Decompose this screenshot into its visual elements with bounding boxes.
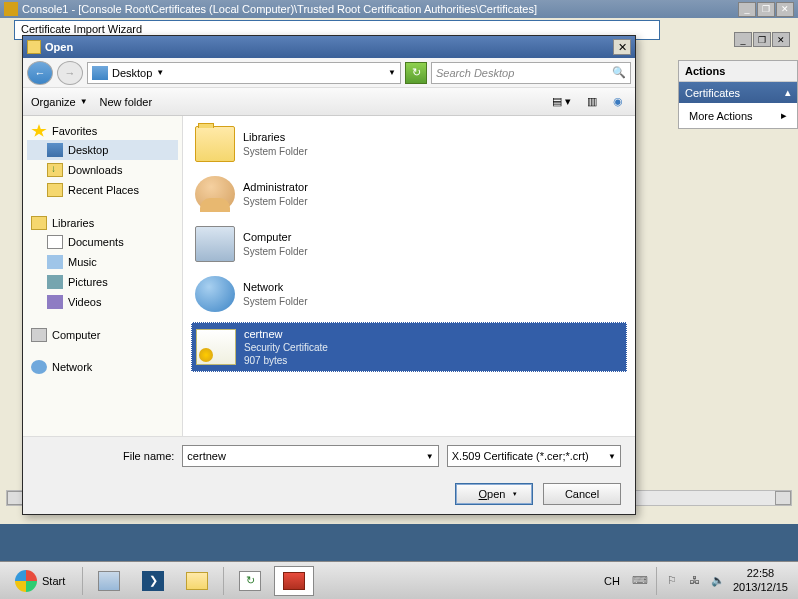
refresh-button[interactable]: ↻ [405, 62, 427, 84]
nav-pictures[interactable]: Pictures [27, 272, 178, 292]
dialog-close-button[interactable]: ✕ [613, 39, 631, 55]
libraries-icon [31, 216, 47, 230]
wizard-title: Certificate Import Wizard [21, 23, 142, 35]
actions-certificates-header[interactable]: Certificates ▴ [679, 82, 797, 103]
item-network[interactable]: Network System Folder [191, 272, 627, 316]
explorer-icon [186, 572, 208, 590]
open-dialog: Open ✕ ← → Desktop ▼ ▼ ↻ Search Desktop … [22, 35, 636, 515]
system-tray: CH ⌨ ⚐ 🖧 🔈 22:58 2013/12/15 [600, 567, 794, 595]
recent-icon [47, 183, 63, 197]
item-certnew[interactable]: certnew Security Certificate 907 bytes [191, 322, 627, 372]
chevron-down-icon: ▼ [388, 68, 396, 77]
back-button[interactable]: ← [27, 61, 53, 85]
search-input[interactable]: Search Desktop 🔍 [431, 62, 631, 84]
help-button[interactable]: ◉ [609, 93, 627, 110]
mmc-title: Console1 - [Console Root\Certificates (L… [22, 3, 537, 15]
network-icon [195, 276, 235, 312]
wizard-icon: ↻ [239, 571, 261, 591]
chevron-down-icon: ▼ [426, 452, 434, 461]
forward-button[interactable]: → [57, 61, 83, 85]
nav-desktop[interactable]: Desktop [27, 140, 178, 160]
file-name-input[interactable]: certnew ▼ [182, 445, 438, 467]
new-folder-button[interactable]: New folder [100, 96, 153, 108]
task-server-manager[interactable] [89, 566, 129, 596]
actions-header: Actions [679, 61, 797, 82]
language-indicator[interactable]: CH [600, 573, 624, 589]
item-administrator[interactable]: Administrator System Folder [191, 172, 627, 216]
server-icon [98, 571, 120, 591]
folder-icon [27, 40, 41, 54]
organize-menu[interactable]: Organize ▼ [31, 96, 88, 108]
keyboard-icon[interactable]: ⌨ [632, 574, 646, 588]
item-libraries[interactable]: Libraries System Folder [191, 122, 627, 166]
scroll-left-icon[interactable] [7, 491, 23, 505]
windows-icon [15, 570, 37, 592]
more-actions-item[interactable]: More Actions ▸ [679, 103, 797, 128]
desktop-icon [47, 143, 63, 157]
favorites-group[interactable]: Favorites [27, 122, 178, 140]
nav-documents[interactable]: Documents [27, 232, 178, 252]
desktop-icon [92, 66, 108, 80]
location-combo[interactable]: Desktop ▼ ▼ [87, 62, 401, 84]
nav-row: ← → Desktop ▼ ▼ ↻ Search Desktop 🔍 [23, 58, 635, 88]
chevron-right-icon: ▸ [781, 109, 787, 122]
user-icon [195, 176, 235, 212]
chevron-down-icon: ▼ [156, 68, 164, 77]
dialog-title: Open [45, 41, 73, 53]
music-icon [47, 255, 63, 269]
network-tray-icon[interactable]: 🖧 [689, 574, 703, 588]
nav-downloads[interactable]: Downloads [27, 160, 178, 180]
preview-button[interactable]: ▥ [583, 93, 601, 110]
chevron-down-icon: ▼ [608, 452, 616, 461]
inner-restore-button[interactable]: ❐ [753, 32, 771, 47]
task-explorer[interactable] [177, 566, 217, 596]
inner-close-button[interactable]: ✕ [772, 32, 790, 47]
filter-row: File name: certnew ▼ X.509 Certificate (… [23, 436, 635, 475]
mmc-titlebar: Console1 - [Console Root\Certificates (L… [0, 0, 798, 18]
file-name-label: File name: [123, 450, 174, 462]
scroll-right-icon[interactable] [775, 491, 791, 505]
taskbar: Start ❯ ↻ CH ⌨ ⚐ 🖧 🔈 22:58 2013/12/15 [0, 561, 798, 599]
close-button[interactable]: ✕ [776, 2, 794, 17]
view-button[interactable]: ▤ ▾ [548, 93, 575, 110]
mmc-icon [4, 2, 18, 16]
videos-icon [47, 295, 63, 309]
maximize-button[interactable]: ❐ [757, 2, 775, 17]
pictures-icon [47, 275, 63, 289]
computer-icon [31, 328, 47, 342]
open-button[interactable]: Open ▾ [455, 483, 533, 505]
toolbar: Organize ▼ New folder ▤ ▾ ▥ ◉ [23, 88, 635, 116]
task-console[interactable] [274, 566, 314, 596]
nav-recent[interactable]: Recent Places [27, 180, 178, 200]
nav-pane: Favorites Desktop Downloads Recent Place… [23, 116, 183, 436]
nav-computer[interactable]: Computer [27, 326, 178, 344]
content-pane: Libraries System Folder Administrator Sy… [183, 116, 635, 436]
sound-icon[interactable]: 🔈 [711, 574, 725, 588]
start-button[interactable]: Start [4, 566, 76, 596]
network-icon [31, 360, 47, 374]
search-icon: 🔍 [612, 66, 626, 79]
clock[interactable]: 22:58 2013/12/15 [733, 567, 788, 593]
powershell-icon: ❯ [142, 571, 164, 591]
certificate-icon [196, 329, 236, 365]
console-icon [283, 572, 305, 590]
computer-icon [195, 226, 235, 262]
flag-icon[interactable]: ⚐ [667, 574, 681, 588]
file-type-combo[interactable]: X.509 Certificate (*.cer;*.crt) ▼ [447, 445, 621, 467]
task-powershell[interactable]: ❯ [133, 566, 173, 596]
open-titlebar: Open ✕ [23, 36, 635, 58]
downloads-icon [47, 163, 63, 177]
task-wizard[interactable]: ↻ [230, 566, 270, 596]
nav-music[interactable]: Music [27, 252, 178, 272]
cancel-button[interactable]: Cancel [543, 483, 621, 505]
libraries-group[interactable]: Libraries [27, 214, 178, 232]
documents-icon [47, 235, 63, 249]
collapse-icon: ▴ [785, 86, 791, 99]
minimize-button[interactable]: _ [738, 2, 756, 17]
item-computer[interactable]: Computer System Folder [191, 222, 627, 266]
inner-minimize-button[interactable]: _ [734, 32, 752, 47]
nav-network[interactable]: Network [27, 358, 178, 376]
actions-panel: Actions Certificates ▴ More Actions ▸ [678, 60, 798, 129]
folder-icon [195, 126, 235, 162]
nav-videos[interactable]: Videos [27, 292, 178, 312]
